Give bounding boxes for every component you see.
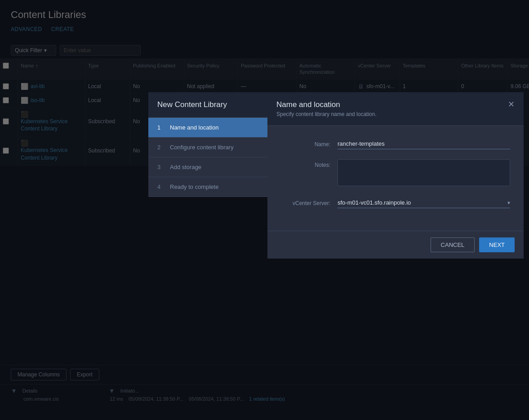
wizard-dialog: New Content Library 1 Name and location … [148,92,267,197]
vcenter-dropdown-icon: ▾ [507,200,510,206]
notes-label: Notes: [281,159,330,168]
vcenter-field: sfo-m01-vc01.sfo.rainpole.io ▾ [338,197,510,208]
notes-field-row: Notes: [281,159,510,188]
vcenter-value: sfo-m01-vc01.sfo.rainpole.io [338,197,507,208]
form-body: Name: Notes: vCenter Server: sfo-m01-vc0… [267,126,524,231]
wizard-steps: 1 Name and location 2 Configure content … [148,118,267,197]
form-header: Name and location Specify content librar… [267,92,524,126]
wizard-step-4[interactable]: 4 Ready to complete [148,177,267,197]
cancel-button[interactable]: CANCEL [431,237,475,252]
step-3-num: 3 [157,164,164,170]
vcenter-field-row: vCenter Server: sfo-m01-vc01.sfo.rainpol… [281,197,510,208]
form-footer: CANCEL NEXT [267,231,524,259]
step-4-num: 4 [157,183,164,190]
close-button[interactable]: ✕ [508,100,515,108]
form-dialog: Name and location Specify content librar… [267,92,524,259]
wizard-step-3[interactable]: 3 Add storage [148,157,267,177]
name-label: Name: [281,139,330,147]
name-input[interactable] [338,139,510,149]
form-title: Name and location [276,100,377,109]
wizard-step-1[interactable]: 1 Name and location [148,118,267,138]
wizard-step-2[interactable]: 2 Configure content library [148,138,267,157]
notes-textarea[interactable] [338,159,510,186]
notes-field [338,159,510,188]
wizard-title: New Content Library [148,92,267,118]
step-1-num: 1 [157,124,164,131]
vcenter-select[interactable]: sfo-m01-vc01.sfo.rainpole.io ▾ [338,197,510,208]
next-button[interactable]: NEXT [479,237,515,252]
vcenter-label: vCenter Server: [281,197,330,206]
step-4-label: Ready to complete [170,183,218,190]
step-2-num: 2 [157,144,164,151]
form-header-text: Name and location Specify content librar… [276,100,377,117]
form-subtitle: Specify content library name and locatio… [276,111,377,117]
step-1-label: Name and location [170,124,218,131]
name-field [338,139,510,149]
step-3-label: Add storage [170,164,201,170]
name-field-row: Name: [281,139,510,149]
step-2-label: Configure content library [170,144,234,151]
